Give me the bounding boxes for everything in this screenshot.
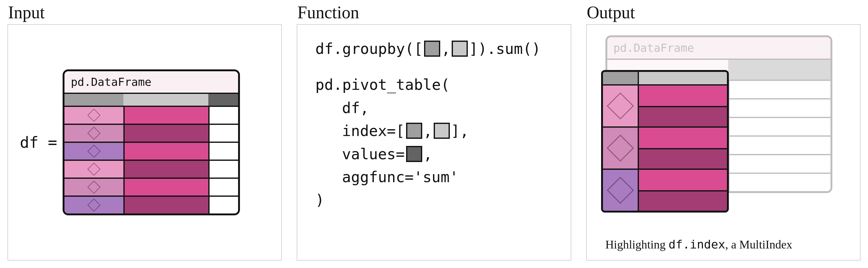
value-cell [639, 128, 727, 148]
input-dataframe-header [64, 94, 238, 106]
code-text: values= [342, 142, 405, 165]
index-cell [603, 128, 638, 169]
bg-cell-right [728, 99, 831, 117]
value-cell [123, 179, 208, 196]
output-caption: Highlighting df.index, a MultiIndex [606, 238, 793, 251]
header-col-3 [208, 94, 238, 106]
code-text: df, [342, 96, 369, 119]
header-col-1 [64, 94, 123, 106]
spacer [315, 60, 558, 73]
column-placeholder-icon [406, 123, 422, 139]
code-pivot-df: df, [315, 96, 558, 119]
heading-output: Output [587, 2, 861, 22]
diamond-icon [87, 163, 100, 176]
heading-input: Input [8, 2, 282, 22]
diamond-icon [87, 127, 100, 140]
triptych: Input df = pd.DataFrame Function [0, 0, 868, 268]
bg-cell-right [728, 137, 831, 154]
value-cell-blank [208, 179, 238, 196]
value-cell [123, 143, 208, 160]
bg-cell-right [728, 81, 831, 98]
table-row [64, 177, 238, 196]
index-cell [64, 197, 123, 213]
table-row [64, 196, 238, 213]
code-pivot-index: index=[ , ], [315, 119, 558, 142]
input-dataframe-label: pd.DataFrame [64, 71, 238, 94]
bg-cell-right [728, 118, 831, 135]
code-pivot-aggfunc: aggfunc='sum' [315, 165, 558, 189]
code-text: df.groupby([ [315, 37, 423, 60]
value-cell [639, 190, 727, 212]
value-cell [639, 148, 727, 170]
bg-header-right [728, 60, 831, 79]
diamond-icon [87, 109, 100, 122]
column-placeholder-icon [406, 146, 422, 162]
column-placeholder-icon [424, 41, 440, 57]
index-cell [64, 143, 123, 160]
bg-cell-right [728, 155, 831, 173]
table-row [64, 160, 238, 177]
caption-text: , a MultiIndex [725, 238, 792, 251]
input-dataframe-card: pd.DataFrame [63, 69, 240, 215]
column-placeholder-icon [434, 123, 450, 139]
value-cell-blank [208, 161, 238, 177]
value-cell [639, 170, 727, 190]
fg-header-col-2 [638, 72, 727, 84]
col-function: Function df.groupby([ , ]).sum() pd.pivo… [289, 0, 579, 268]
panel-function: df.groupby([ , ]).sum() pd.pivot_table( … [297, 24, 571, 261]
value-cell [639, 106, 727, 128]
value-cell [123, 125, 208, 142]
value-cell [123, 161, 208, 177]
input-content: df = pd.DataFrame [8, 25, 281, 260]
code-pivot-close: ) [315, 189, 558, 211]
value-cells [638, 170, 727, 211]
output-fg-body [603, 84, 727, 211]
column-placeholder-icon [452, 41, 468, 57]
index-cell [603, 86, 638, 126]
value-cell [123, 197, 208, 213]
output-fg-header [603, 72, 727, 84]
code-text: ]).sum() [469, 37, 540, 60]
value-cell-blank [208, 143, 238, 160]
index-cell [64, 179, 123, 196]
diamond-icon [87, 145, 100, 158]
bg-cell-right [728, 174, 831, 191]
value-cell-blank [208, 107, 238, 124]
index-cell [603, 170, 638, 211]
output-dataframe-label: pd.DataFrame [607, 37, 831, 60]
diamond-icon [607, 134, 634, 162]
input-dataframe-body [64, 106, 238, 213]
code-text: aggfunc='sum' [342, 165, 459, 189]
index-group [603, 169, 727, 211]
heading-function: Function [297, 2, 571, 22]
code-text: pd.pivot_table( [315, 73, 450, 96]
panel-output: pd.DataFrame [586, 24, 861, 261]
fg-header-col-1 [603, 72, 638, 84]
caption-code: df.index [669, 238, 725, 251]
value-cell-blank [208, 197, 238, 213]
index-group [603, 84, 727, 126]
code-pivot-open: pd.pivot_table( [315, 73, 558, 96]
code-text: , [441, 37, 451, 60]
output-stage: pd.DataFrame [606, 35, 841, 231]
output-multiindex-highlight [601, 70, 729, 212]
value-cells [638, 86, 727, 126]
index-cell [64, 125, 123, 142]
code-groupby: df.groupby([ , ]).sum() [315, 37, 558, 60]
value-cell-blank [208, 125, 238, 142]
diamond-icon [87, 199, 100, 212]
col-output: Output pd.DataFrame [579, 0, 868, 268]
col-input: Input df = pd.DataFrame [0, 0, 289, 268]
table-row [64, 142, 238, 160]
index-group [603, 126, 727, 169]
diamond-icon [607, 177, 634, 204]
panel-input: df = pd.DataFrame [7, 24, 282, 261]
code-pivot-values: values= , [315, 142, 558, 165]
table-row [64, 124, 238, 142]
index-cell [64, 107, 123, 124]
diamond-icon [87, 180, 100, 194]
output-content: pd.DataFrame [587, 25, 860, 260]
code-text: index=[ [342, 119, 405, 142]
code-text: , [424, 142, 432, 165]
value-cell [639, 86, 727, 106]
